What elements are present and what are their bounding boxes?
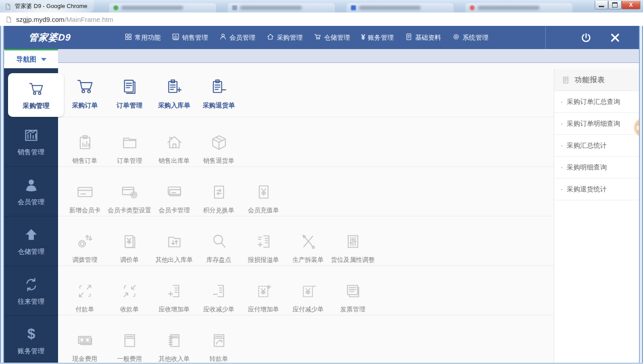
report-link-采购明细查询[interactable]: ·采购明细查询: [554, 157, 639, 178]
card-gear-icon: [119, 180, 140, 203]
function-item-应付减少单[interactable]: 应付减少单: [286, 279, 330, 315]
chevron-down-icon: [41, 58, 46, 61]
function-item-label: 订单管理: [117, 101, 142, 110]
browser-window: 管家婆 D9 - Google Chrome X szgjp.myd9.com/…: [0, 0, 643, 364]
bullet-icon: ·: [560, 163, 563, 171]
sidebar-item-账务管理[interactable]: $账务管理: [4, 316, 58, 364]
function-item-销售订单[interactable]: 销售订单: [63, 131, 107, 166]
function-item-采购退货单[interactable]: 采购退货单: [196, 75, 241, 117]
function-row: 调拨管理调价单其他出入库单库存盘点报损报溢单生产拆装单货位及属性调整: [58, 216, 554, 266]
function-item-报损报溢单[interactable]: 报损报溢单: [241, 230, 286, 265]
report-link-采购汇总统计[interactable]: ·采购汇总统计: [554, 135, 639, 157]
tab-favicon: [232, 5, 237, 10]
invoice-icon: [342, 279, 363, 302]
function-item-库存盘点[interactable]: 库存盘点: [196, 230, 241, 265]
nav-item-label: 采购管理: [277, 33, 303, 42]
app-logo: 管家婆D9: [28, 31, 71, 44]
function-item-付款单[interactable]: 付款单: [63, 279, 107, 315]
function-item-应收减少单[interactable]: 应收减少单: [196, 279, 241, 315]
function-item-订单管理[interactable]: 订单管理: [107, 131, 152, 166]
background-tab: [109, 3, 216, 12]
notebook-icon: [164, 329, 185, 351]
function-item-label: 应收增加单: [159, 306, 190, 314]
clipboard-chart-icon: [75, 131, 96, 153]
function-item-订单管理[interactable]: 订单管理: [107, 75, 152, 117]
function-item-现金费用[interactable]: 现金费用: [63, 329, 107, 364]
tools-icon: [298, 230, 319, 252]
function-item-调价单[interactable]: 调价单: [107, 230, 152, 265]
nav-item-会员管理[interactable]: 会员管理: [219, 33, 255, 42]
maximize-button[interactable]: [608, 1, 622, 9]
nav-item-账务管理[interactable]: ¥账务管理: [361, 33, 394, 42]
svg-text:$: $: [27, 326, 35, 342]
function-item-其他收入单[interactable]: 其他收入单: [152, 329, 196, 364]
nav-item-仓储管理[interactable]: 仓储管理: [314, 33, 350, 42]
function-item-其他出入库单[interactable]: 其他出入库单: [152, 230, 196, 265]
function-item-生产拆装单[interactable]: 生产拆装单: [286, 230, 330, 265]
nav-item-基础资料[interactable]: 基础资料: [405, 33, 441, 42]
function-item-新增会员卡[interactable]: 新增会员卡: [63, 180, 107, 216]
page-icon: [4, 3, 11, 10]
reports-panel-header: 功能报表: [554, 69, 639, 91]
nav-item-系统管理[interactable]: 系统管理: [452, 33, 489, 42]
top-navigation: 常用功能销售管理会员管理采购管理仓储管理¥账务管理基础资料系统管理: [125, 33, 489, 42]
function-item-应收增加单[interactable]: 应收增加单: [152, 279, 196, 315]
yen-icon: ¥: [361, 34, 365, 41]
background-tab: [465, 3, 572, 12]
reports-title: 功能报表: [575, 75, 605, 85]
function-item-采购订单[interactable]: 采购订单: [63, 75, 107, 117]
clipboard-plus-icon: [164, 75, 185, 97]
search-icon: [209, 230, 230, 252]
person-sm-icon: [219, 33, 227, 42]
nav-item-采购管理[interactable]: 采购管理: [267, 33, 303, 42]
report-link-采购订单汇总查询[interactable]: ·采购订单汇总查询: [554, 91, 639, 113]
panel-icon: [119, 329, 140, 351]
minimize-button[interactable]: [595, 1, 608, 9]
function-item-应付增加单[interactable]: 应付增加单: [241, 279, 286, 315]
report-link-label: 采购退货统计: [567, 185, 607, 194]
reports-panel: 功能报表 ·采购订单汇总查询·采购订单明细查询·采购汇总统计·采购明细查询·采购…: [554, 69, 639, 364]
sidebar-item-仓储管理[interactable]: 仓储管理: [4, 216, 58, 266]
documents-icon: [119, 75, 140, 97]
close-app-button[interactable]: [610, 32, 621, 43]
tab-navigation-map[interactable]: 导航图: [4, 49, 58, 68]
function-item-转款单[interactable]: 转款单: [196, 329, 241, 364]
report-link-label: 采购订单明细查询: [567, 120, 620, 128]
function-item-积分兑换单[interactable]: 积分兑换单: [196, 180, 241, 216]
function-item-调拨管理[interactable]: 调拨管理: [63, 230, 107, 265]
sidebar-item-销售管理[interactable]: 销售管理: [4, 117, 58, 167]
function-item-货位及属性调整[interactable]: 货位及属性调整: [330, 230, 375, 265]
sidebar-item-采购管理[interactable]: 采购管理: [8, 73, 64, 117]
function-item-销售出库单[interactable]: 销售出库单: [152, 131, 196, 166]
report-link-采购退货统计[interactable]: ·采购退货统计: [554, 178, 639, 200]
window-controls: X: [595, 1, 640, 9]
function-item-会员卡管理[interactable]: 会员卡管理: [152, 180, 196, 216]
report-link-采购订单明细查询[interactable]: ·采购订单明细查询: [554, 113, 639, 135]
bullet-icon: ·: [560, 120, 563, 128]
nav-item-销售管理[interactable]: 销售管理: [172, 33, 208, 42]
transfer-icon: [209, 329, 230, 351]
function-item-销售退货单[interactable]: 销售退货单: [196, 131, 241, 166]
sidebar-item-会员管理[interactable]: 会员管理: [4, 167, 58, 217]
function-item-会员卡类型设置[interactable]: 会员卡类型设置: [107, 180, 152, 216]
power-logout-button[interactable]: [580, 32, 592, 43]
tab-strip: [0, 49, 643, 63]
cash-icon: [75, 329, 96, 351]
background-tab: [228, 3, 335, 12]
function-item-收款单[interactable]: 收款单: [107, 279, 152, 315]
nav-item-label: 仓储管理: [324, 33, 350, 42]
close-window-button[interactable]: X: [622, 1, 640, 9]
nav-item-常用功能[interactable]: 常用功能: [125, 33, 161, 42]
nav-item-label: 常用功能: [135, 33, 161, 42]
tab-favicon: [113, 5, 118, 10]
bullet-icon: ·: [560, 141, 563, 149]
function-item-发票管理[interactable]: 发票管理: [330, 279, 375, 315]
address-bar[interactable]: szgjp.myd9.com/MainFrame.htm: [0, 12, 643, 26]
function-item-会员充值单[interactable]: 会员充值单: [241, 180, 286, 216]
function-item-采购入库单[interactable]: 采购入库单: [152, 75, 196, 117]
function-item-一般费用[interactable]: 一般费用: [107, 329, 152, 364]
background-tab: [347, 3, 454, 12]
window-frame-left: [0, 26, 4, 364]
sidebar-item-往来管理[interactable]: 往来管理: [4, 266, 58, 316]
window-title-area: 管家婆 D9 - Google Chrome: [0, 0, 94, 12]
